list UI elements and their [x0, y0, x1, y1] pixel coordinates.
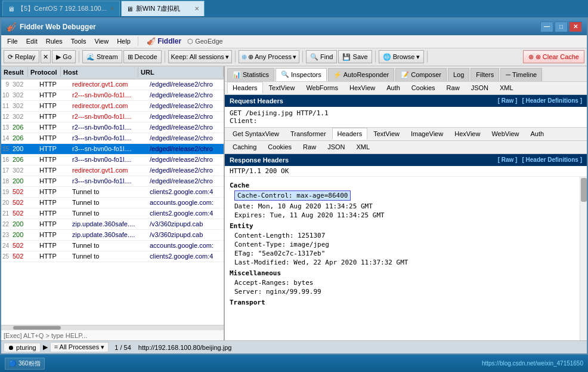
- stream-button[interactable]: 🌊 Stream: [82, 50, 122, 63]
- sub-tab-cookies[interactable]: Cookies: [406, 82, 441, 94]
- raw-link[interactable]: [ Raw ]: [498, 97, 518, 104]
- content-length-line: Content-Length: 1251307: [230, 231, 575, 240]
- save-button[interactable]: 💾 Save: [338, 50, 372, 63]
- session-list[interactable]: 9 302 HTTP redirector.gvt1.com /edgedl/r…: [1, 79, 224, 325]
- sub-tab-hexview[interactable]: HexView: [344, 82, 380, 94]
- tab-win7[interactable]: 🖥 新WIN 7虚拟机 ✕: [121, 1, 205, 16]
- tab-autoresponder[interactable]: ⚡ AutoResponder: [328, 68, 394, 81]
- toolbar-divider-6: [427, 51, 428, 63]
- process-dropdown[interactable]: ⊕ ⊕ Any Process ▾: [239, 50, 299, 63]
- resp-sub-hexview[interactable]: HexView: [449, 128, 485, 140]
- right-panel: 📊 Statistics 🔍 Inspectors ⚡ AutoResponde…: [225, 66, 587, 341]
- replay-dropdown-button[interactable]: ✕: [41, 50, 51, 63]
- sub-tab-auth[interactable]: Auth: [381, 82, 406, 94]
- scrollbar-thumb[interactable]: [13, 326, 61, 330]
- tab-log[interactable]: Log: [448, 68, 469, 81]
- table-row[interactable]: 19 502 HTTP Tunnel to clients2.google.co…: [1, 187, 224, 198]
- inspectors-icon: 🔍: [281, 70, 289, 78]
- close-centos-icon[interactable]: ✕: [110, 5, 114, 12]
- resp-sub-caching[interactable]: Caching: [227, 141, 262, 153]
- response-raw-link[interactable]: [ Raw ]: [498, 156, 518, 163]
- table-row[interactable]: 23 200 HTTP zip.update.360safe.... /v3/3…: [1, 230, 224, 241]
- last-modified-line: Last-Modified: Wed, 22 Apr 2020 11:37:32…: [230, 258, 575, 267]
- process-filter[interactable]: = All Processes ▾: [50, 342, 109, 352]
- col-header-result[interactable]: Result: [1, 67, 28, 77]
- table-row[interactable]: 18 200 HTTP r3---sn-bvn0o-fo1l.... /edge…: [1, 176, 224, 187]
- sub-tab-json[interactable]: JSON: [466, 82, 494, 94]
- col-header-protocol[interactable]: Protocol: [28, 67, 61, 77]
- tab-centos[interactable]: 🖥 【5】CentOS 7 192.168.100... ✕: [2, 1, 120, 16]
- tab-statistics[interactable]: 📊 Statistics: [227, 68, 274, 81]
- window-title: Fiddler Web Debugger: [20, 23, 96, 31]
- menu-edit[interactable]: Edit: [23, 36, 41, 46]
- table-row[interactable]: 20 502 HTTP Tunnel to accounts.google.co…: [1, 198, 224, 208]
- table-row[interactable]: 11 302 HTTP redirector.gvt1.com /edgedl/…: [1, 101, 224, 112]
- table-row[interactable]: 25 502 HTTP Tunnel to clients2.google.co…: [1, 251, 224, 262]
- sub-tab-textview[interactable]: TextView: [264, 82, 301, 94]
- menu-view[interactable]: View: [91, 36, 113, 46]
- misc-section: Miscellaneous Accept-Ranges: bytes Serve…: [230, 269, 575, 296]
- menu-bar: File Edit Rules Tools View Help 🎻 Fiddle…: [1, 35, 587, 48]
- etag-line: ETag: "5ea02c7c-1317eb": [230, 249, 575, 258]
- keep-dropdown[interactable]: Keep: All sessions ▾: [168, 50, 232, 63]
- taskbar-app-360[interactable]: 🔵 360粉指: [5, 358, 45, 370]
- table-row[interactable]: 10 302 HTTP r2---sn-bvn0o-fo1l.... /edge…: [1, 90, 224, 101]
- horizontal-scrollbar[interactable]: [1, 325, 224, 330]
- find-button[interactable]: 🔍 Find: [306, 50, 337, 63]
- menu-help[interactable]: Help: [113, 36, 134, 46]
- resp-sub-json[interactable]: JSON: [322, 141, 350, 153]
- clear-cache-button[interactable]: ⊗ ⊗ Clear Cache: [523, 50, 584, 63]
- resp-sub-webview[interactable]: WebView: [486, 128, 524, 140]
- table-row[interactable]: 15 200 HTTP r3---sn-bvn0o-fo1l.... /edge…: [1, 144, 224, 155]
- sub-tab-webforms[interactable]: WebForms: [301, 82, 343, 94]
- resp-sub-raw[interactable]: Raw: [298, 141, 321, 153]
- table-row[interactable]: 12 302 HTTP r2---sn-bvn0o-fo1l.... /edge…: [1, 112, 224, 122]
- header-definitions-link[interactable]: [ Header Definitions ]: [522, 97, 582, 104]
- menu-rules[interactable]: Rules: [42, 36, 66, 46]
- response-headers-label: Response Headers: [230, 156, 289, 164]
- resp-sub-auth[interactable]: Auth: [525, 128, 549, 140]
- sub-tab-headers[interactable]: Headers: [227, 82, 263, 94]
- decode-button[interactable]: ⊞ Decode: [123, 50, 162, 63]
- table-row[interactable]: 9 302 HTTP redirector.gvt1.com /edgedl/r…: [1, 79, 224, 90]
- maximize-button[interactable]: □: [555, 21, 568, 32]
- table-row[interactable]: 14 206 HTTP r3---sn-bvn0o-fo1l.... /edge…: [1, 133, 224, 144]
- col-header-url[interactable]: URL: [138, 67, 224, 77]
- tab-timeline[interactable]: ─ Timeline: [500, 68, 542, 81]
- table-row[interactable]: 16 206 HTTP r3---sn-bvn0o-fo1l.... /edge…: [1, 155, 224, 165]
- table-row[interactable]: 22 200 HTTP zip.update.360safe.... /v3/3…: [1, 219, 224, 230]
- resp-sub-imageview[interactable]: ImageView: [406, 128, 448, 140]
- resp-sub-cookies[interactable]: Cookies: [262, 141, 297, 153]
- table-row[interactable]: 21 502 HTTP Tunnel to clients2.google.co…: [1, 208, 224, 219]
- server-line: Server: nginx/99.99.99: [230, 287, 575, 296]
- response-content[interactable]: Cache Cache-Control: max-age=86400 Date:…: [225, 177, 580, 341]
- tab-filters[interactable]: Filters: [471, 68, 499, 81]
- tab-composer[interactable]: 📝 Composer: [395, 68, 447, 81]
- replay-button[interactable]: ⟳ Replay: [4, 50, 39, 63]
- command-bar[interactable]: [Exec] ALT+Q > type HELP...: [1, 330, 224, 340]
- response-header-defs-link[interactable]: [ Header Definitions ]: [522, 156, 582, 163]
- sub-tab-xml[interactable]: XML: [494, 82, 519, 94]
- resp-sub-transformer[interactable]: Transformer: [285, 128, 332, 140]
- close-win7-icon[interactable]: ✕: [194, 5, 199, 12]
- resp-sub-xml[interactable]: XML: [351, 141, 375, 153]
- response-scrollbar-thumb[interactable]: [581, 178, 587, 202]
- table-row[interactable]: 13 206 HTTP r2---sn-bvn0o-fo1l.... /edge…: [1, 122, 224, 133]
- response-scrollbar[interactable]: [580, 177, 587, 341]
- minimize-button[interactable]: —: [540, 21, 553, 32]
- table-row[interactable]: 24 502 HTTP Tunnel to accounts.google.co…: [1, 241, 224, 251]
- sub-tab-raw[interactable]: Raw: [441, 82, 465, 94]
- table-row[interactable]: 17 302 HTTP redirector.gvt1.com /edgedl/…: [1, 165, 224, 176]
- keep-chevron-icon: ▾: [225, 53, 229, 61]
- menu-file[interactable]: File: [4, 36, 21, 46]
- col-header-host[interactable]: Host: [61, 67, 138, 77]
- close-button[interactable]: ✕: [569, 21, 582, 32]
- tab-inspectors[interactable]: 🔍 Inspectors: [276, 68, 327, 81]
- browse-button[interactable]: 🌐 Browse ▾: [379, 50, 425, 63]
- resp-sub-textview[interactable]: TextView: [368, 128, 405, 140]
- resp-sub-getsyntaxview[interactable]: Get SyntaxView: [227, 128, 284, 140]
- capturing-indicator[interactable]: ⏺ pturing: [4, 343, 41, 352]
- menu-tools[interactable]: Tools: [67, 36, 90, 46]
- resp-sub-headers[interactable]: Headers: [332, 128, 368, 140]
- go-button[interactable]: ▶ Go: [52, 50, 76, 63]
